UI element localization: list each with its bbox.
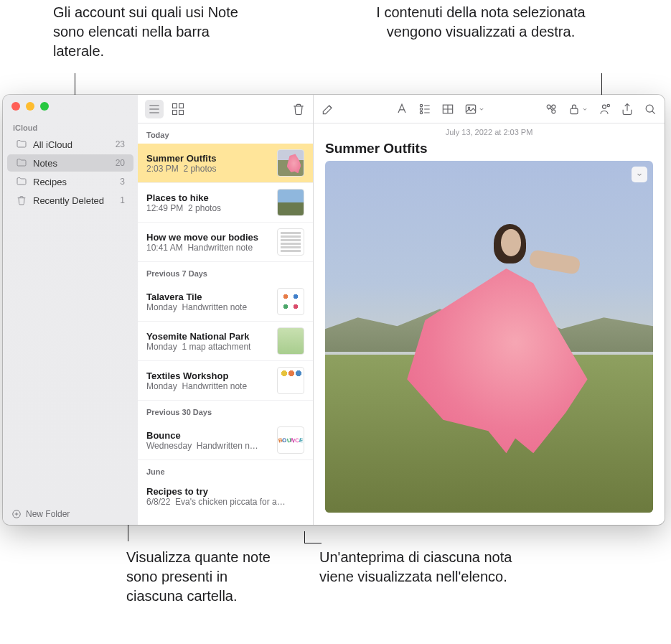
list-view-icon[interactable] xyxy=(145,100,164,118)
share-icon[interactable] xyxy=(620,102,634,116)
media-icon[interactable] xyxy=(464,102,478,116)
notes-scroll[interactable]: Today Summer Outfits 2:03 PM 2 photos Pl… xyxy=(138,123,313,525)
content-toolbar xyxy=(314,95,665,123)
note-title: Textiles Workshop xyxy=(146,370,271,381)
svg-rect-1 xyxy=(173,103,177,108)
svg-point-16 xyxy=(607,104,609,106)
note-item-textiles[interactable]: Textiles Workshop Monday Handwritten not… xyxy=(138,361,313,401)
folder-label: Recipes xyxy=(33,177,67,187)
note-title: Recipes to try xyxy=(146,486,304,497)
svg-point-13 xyxy=(552,105,555,108)
folder-count: 23 xyxy=(116,139,125,149)
note-sub: 10:41 AM Handwritten note xyxy=(146,243,271,253)
svg-point-5 xyxy=(420,104,422,106)
note-thumbnail: BOUNCE xyxy=(277,426,304,454)
notes-list-column: Today Summer Outfits 2:03 PM 2 photos Pl… xyxy=(138,95,314,525)
sidebar-folder-recipes[interactable]: Recipes 3 xyxy=(7,173,133,190)
note-thumbnail xyxy=(277,367,304,394)
note-thumbnail xyxy=(277,149,304,177)
section-header-30days: Previous 30 Days xyxy=(138,401,313,421)
note-sub: Monday Handwritten note xyxy=(146,381,271,391)
gallery-view-icon[interactable] xyxy=(171,102,185,116)
callout-counts: Visualizza quante note sono presenti in … xyxy=(126,548,277,606)
note-image[interactable] xyxy=(325,161,653,513)
note-thumbnail xyxy=(277,288,304,315)
folder-icon xyxy=(16,176,27,187)
note-title: Yosemite National Park xyxy=(146,331,271,342)
folder-label: Recently Deleted xyxy=(33,195,104,206)
notes-window: iCloud All iCloud 23 Notes 20 Recipes 3 … xyxy=(3,95,665,525)
note-item-yosemite[interactable]: Yosemite National Park Monday 1 map atta… xyxy=(138,322,313,361)
fullscreen-window-button[interactable] xyxy=(40,102,49,111)
section-header-june: June xyxy=(138,460,313,480)
trash-icon xyxy=(16,195,27,206)
note-title: Bounce xyxy=(146,430,271,441)
section-header-7days: Previous 7 Days xyxy=(138,262,313,282)
format-text-icon[interactable] xyxy=(395,102,409,116)
sidebar: iCloud All iCloud 23 Notes 20 Recipes 3 … xyxy=(3,95,138,525)
folder-count: 1 xyxy=(120,195,125,205)
folder-icon xyxy=(16,157,27,169)
link-icon[interactable] xyxy=(544,102,558,116)
svg-rect-3 xyxy=(173,110,177,114)
note-sub: Wednesday Handwritten n… xyxy=(146,441,271,451)
svg-point-7 xyxy=(420,111,422,113)
checklist-icon[interactable] xyxy=(418,102,432,116)
note-sub: 6/8/22 Eva's chicken piccata for a… xyxy=(146,497,304,507)
lock-icon[interactable] xyxy=(567,102,581,116)
note-item-summer-outfits[interactable]: Summer Outfits 2:03 PM 2 photos xyxy=(138,144,313,183)
note-item-talavera[interactable]: Talavera Tile Monday Handwritten note xyxy=(138,282,313,322)
note-content-column: July 13, 2022 at 2:03 PM Summer Outfits xyxy=(314,95,665,525)
note-item-bounce[interactable]: Bounce Wednesday Handwritten n… BOUNCE xyxy=(138,421,313,460)
note-thumbnail xyxy=(277,327,304,355)
note-sub: Monday Handwritten note xyxy=(146,302,271,312)
folder-label: Notes xyxy=(33,158,57,169)
callout-line xyxy=(304,543,322,543)
minimize-window-button[interactable] xyxy=(26,102,34,111)
plus-circle-icon xyxy=(11,509,22,519)
table-icon[interactable] xyxy=(441,102,455,116)
note-title-heading[interactable]: Summer Outfits xyxy=(314,141,665,161)
callout-preview: Un'anteprima di ciascuna nota viene visu… xyxy=(319,548,527,587)
section-header-today: Today xyxy=(138,123,313,144)
delete-note-icon[interactable] xyxy=(291,102,306,116)
chevron-down-icon[interactable] xyxy=(581,106,588,113)
svg-point-6 xyxy=(420,108,422,110)
callout-line xyxy=(304,531,305,543)
svg-point-15 xyxy=(603,105,606,108)
new-folder-label: New Folder xyxy=(26,509,70,519)
collaborate-icon[interactable] xyxy=(597,102,611,116)
image-actions-button[interactable] xyxy=(632,167,647,182)
callout-accounts: Gli account sui quali usi Note sono elen… xyxy=(53,3,247,61)
svg-point-17 xyxy=(646,105,653,112)
note-sub: 12:49 PM 2 photos xyxy=(146,203,271,213)
note-item-how-we-move[interactable]: How we move our bodies 10:41 AM Handwrit… xyxy=(138,223,313,262)
note-title: Talavera Tile xyxy=(146,291,271,302)
note-item-places-to-hike[interactable]: Places to hike 12:49 PM 2 photos xyxy=(138,183,313,223)
sidebar-folder-all-icloud[interactable]: All iCloud 23 xyxy=(7,136,133,153)
callout-content: I contenuti della nota selezionata vengo… xyxy=(373,3,588,42)
account-header: iCloud xyxy=(3,118,138,135)
sidebar-folder-notes[interactable]: Notes 20 xyxy=(7,154,133,172)
close-window-button[interactable] xyxy=(11,102,20,111)
folder-label: All iCloud xyxy=(33,139,72,150)
folder-count: 3 xyxy=(120,177,125,187)
svg-rect-2 xyxy=(179,103,184,108)
list-toolbar xyxy=(138,95,313,123)
new-folder-button[interactable]: New Folder xyxy=(3,503,138,525)
note-timestamp: July 13, 2022 at 2:03 PM xyxy=(314,123,665,141)
chevron-down-icon xyxy=(635,170,644,179)
note-thumbnail xyxy=(277,228,304,256)
window-controls xyxy=(3,95,138,118)
note-sub: 2:03 PM 2 photos xyxy=(146,164,271,174)
note-sub: Monday 1 map attachment xyxy=(146,342,271,352)
sidebar-folder-recently-deleted[interactable]: Recently Deleted 1 xyxy=(7,192,133,209)
note-item-recipes[interactable]: Recipes to try 6/8/22 Eva's chicken picc… xyxy=(138,480,313,513)
svg-rect-4 xyxy=(179,110,184,114)
folder-count: 20 xyxy=(116,158,125,168)
chevron-down-icon[interactable] xyxy=(478,106,485,113)
search-icon[interactable] xyxy=(643,102,657,116)
note-thumbnail xyxy=(277,189,304,216)
compose-icon[interactable] xyxy=(321,102,335,116)
note-title: Summer Outfits xyxy=(146,153,271,164)
